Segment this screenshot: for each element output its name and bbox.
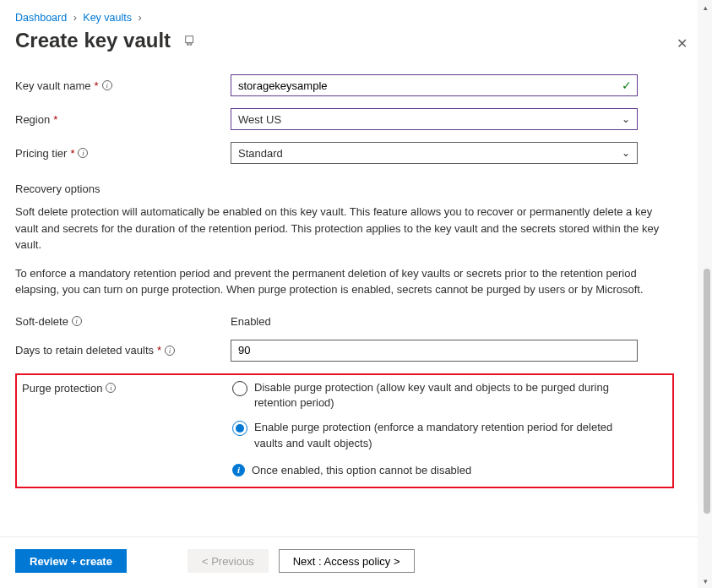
footer-bar: Review + create < Previous Next : Access…: [0, 536, 698, 588]
svg-rect-0: [186, 36, 193, 43]
softdelete-label: Soft-delete: [15, 315, 68, 328]
purge-disable-label: Disable purge protection (allow key vaul…: [254, 380, 639, 412]
chevron-right-icon: ›: [138, 12, 141, 24]
info-icon[interactable]: i: [72, 316, 82, 326]
recovery-heading: Recovery options: [15, 182, 682, 195]
chevron-down-icon: ⌄: [622, 147, 630, 159]
info-icon[interactable]: i: [102, 80, 112, 90]
recovery-desc-1: Soft delete protection will automaticall…: [15, 204, 666, 253]
breadcrumb: Dashboard › Key vaults ›: [15, 12, 682, 24]
review-create-button[interactable]: Review + create: [15, 549, 127, 573]
days-label: Days to retain deleted vaults: [15, 344, 154, 357]
name-label: Key vault name: [15, 79, 91, 92]
breadcrumb-keyvaults[interactable]: Key vaults: [83, 12, 132, 24]
close-icon[interactable]: ✕: [677, 37, 688, 51]
purge-note: Once enabled, this option cannot be disa…: [252, 464, 471, 476]
recovery-desc-2: To enforce a mandatory retention period …: [15, 265, 666, 298]
scroll-thumb[interactable]: [704, 269, 710, 514]
region-label: Region: [15, 113, 50, 126]
pin-icon[interactable]: [184, 35, 196, 46]
tier-label: Pricing tier: [15, 147, 67, 160]
breadcrumb-dashboard[interactable]: Dashboard: [15, 12, 67, 24]
purge-protection-highlight: Purge protection i Disable purge protect…: [15, 373, 674, 488]
chevron-right-icon: ›: [73, 12, 77, 24]
info-icon: i: [232, 464, 245, 476]
next-button[interactable]: Next : Access policy >: [279, 549, 415, 573]
region-select[interactable]: West US ⌄: [231, 108, 638, 130]
required-asterisk: *: [95, 79, 99, 92]
tier-value: Standard: [238, 147, 283, 160]
region-value: West US: [238, 113, 281, 126]
required-asterisk: *: [53, 113, 57, 126]
softdelete-value: Enabled: [231, 315, 271, 328]
keyvault-name-input[interactable]: [231, 74, 638, 96]
purge-enable-label: Enable purge protection (enforce a manda…: [254, 420, 639, 452]
chevron-down-icon: ⌄: [622, 113, 630, 125]
scroll-up-icon[interactable]: ▴: [698, 0, 712, 14]
tier-select[interactable]: Standard ⌄: [231, 142, 638, 164]
info-icon[interactable]: i: [78, 148, 88, 158]
required-asterisk: *: [157, 344, 161, 357]
page-title: Create key vault: [15, 29, 171, 52]
vertical-scrollbar[interactable]: ▴ ▾: [698, 0, 712, 588]
purge-disable-radio[interactable]: [232, 381, 247, 396]
previous-button: < Previous: [188, 549, 269, 573]
required-asterisk: *: [70, 147, 74, 160]
days-input[interactable]: [231, 340, 638, 362]
check-icon: ✓: [622, 79, 632, 92]
info-icon[interactable]: i: [106, 383, 116, 393]
purge-enable-radio[interactable]: [232, 421, 247, 436]
scroll-down-icon[interactable]: ▾: [698, 574, 712, 588]
info-icon[interactable]: i: [165, 346, 175, 356]
purge-label: Purge protection: [22, 382, 102, 395]
